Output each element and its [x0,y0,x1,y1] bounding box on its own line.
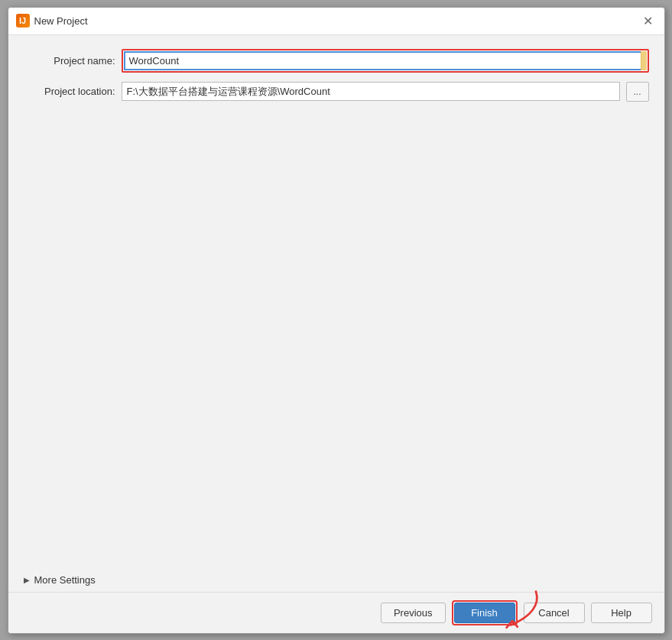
project-name-input[interactable] [124,51,647,70]
finish-button-wrapper: Finish [452,600,518,625]
project-location-row: Project location: ... [24,82,649,102]
app-icon-label: IJ [19,16,26,25]
more-settings-arrow-icon: ▶ [24,576,30,584]
more-settings-label: More Settings [34,574,96,586]
title-bar: IJ New Project ✕ [8,8,664,35]
project-name-label: Project name: [24,55,115,67]
more-settings-row[interactable]: ▶ More Settings [8,568,664,592]
previous-button[interactable]: Previous [381,603,446,623]
help-button[interactable]: Help [591,603,652,623]
close-icon: ✕ [643,14,653,28]
cancel-label: Cancel [538,607,569,619]
dialog-content: Project name: Project location: ... [8,35,664,568]
browse-icon: ... [633,86,641,97]
browse-button[interactable]: ... [626,82,649,102]
project-name-row: Project name: [24,49,649,73]
content-spacer [24,111,649,554]
project-name-input-container [124,51,647,70]
dialog-title: New Project [34,15,88,27]
cancel-button[interactable]: Cancel [524,603,585,623]
right-accent [641,51,647,70]
close-button[interactable]: ✕ [640,12,657,29]
project-location-label: Project location: [24,86,115,97]
previous-label: Previous [394,607,433,619]
new-project-dialog: IJ New Project ✕ Project name: [8,7,665,634]
title-bar-left: IJ New Project [16,14,88,28]
dialog-footer: Previous Finish Cancel Help [8,592,664,633]
dialog-wrapper: IJ New Project ✕ Project name: [0,0,672,640]
app-icon: IJ [16,14,30,28]
finish-label: Finish [471,607,498,619]
help-label: Help [611,607,631,619]
finish-button[interactable]: Finish [454,603,515,623]
project-location-input[interactable] [122,82,620,101]
